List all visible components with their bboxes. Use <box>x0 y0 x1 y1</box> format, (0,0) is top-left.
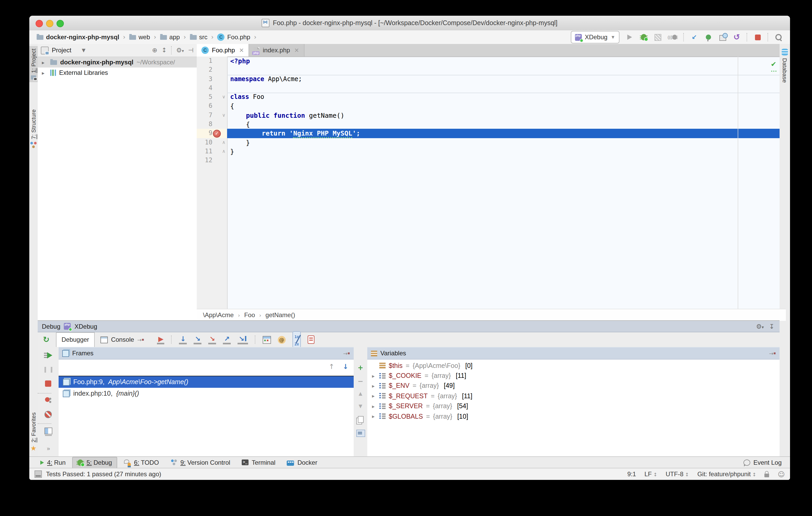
breadcrumb-item[interactable]: \App\Acme <box>203 311 234 319</box>
breadcrumb-item[interactable]: docker-nginx-php-mysql <box>36 33 120 41</box>
gutter-line[interactable]: 12 <box>197 156 227 165</box>
gutter-line[interactable]: 9✓ <box>197 129 227 138</box>
step-into-button[interactable]: ↘ <box>194 335 202 344</box>
run-to-cursor-button[interactable]: ↘I <box>237 335 248 344</box>
code-line[interactable]: class Foo <box>227 93 780 102</box>
gutter-line[interactable]: 5∨ <box>197 93 227 102</box>
code-line[interactable]: } <box>227 147 780 156</box>
close-tab-icon[interactable]: ✕ <box>239 47 244 54</box>
previous-frame-button[interactable]: ↑ <box>328 363 334 371</box>
next-frame-button[interactable]: ↓ <box>343 363 348 371</box>
fold-marker-icon[interactable]: ∧ <box>222 138 226 146</box>
breadcrumb-item[interactable]: Foo <box>244 311 255 319</box>
tab-console[interactable]: Console → <box>95 332 150 347</box>
local-history-button[interactable] <box>718 32 727 42</box>
commit-button[interactable] <box>704 32 713 42</box>
tool-window-tab-run[interactable]: 4: Run <box>36 457 70 467</box>
variable-row[interactable]: ▸$GLOBALS = {array} [10] <box>367 411 780 422</box>
chevron-down-icon[interactable]: ▼ <box>82 48 86 53</box>
editor-tab[interactable]: CFoo.php✕ <box>197 44 249 57</box>
typo-marker-icon[interactable] <box>771 69 776 72</box>
project-tree-item[interactable]: ▸External Libraries <box>38 67 197 78</box>
remove-watch-button[interactable]: − <box>354 377 367 385</box>
code-line[interactable]: } <box>227 138 780 147</box>
breadcrumb-item[interactable]: CFoo.php <box>216 33 252 41</box>
variable-row[interactable]: ▸$_ENV = {array} [49] <box>367 381 780 391</box>
expand-arrow-icon[interactable]: ▸ <box>370 383 376 389</box>
lock-icon[interactable] <box>765 474 770 477</box>
code-line[interactable]: <?php <box>227 57 780 66</box>
fold-marker-icon[interactable]: ∨ <box>222 112 226 119</box>
force-step-into-button[interactable]: ↘ <box>208 335 216 344</box>
gutter-line[interactable]: 8 <box>197 120 227 129</box>
view-breakpoints-button[interactable] <box>38 397 59 403</box>
copy-button[interactable] <box>354 416 367 423</box>
restore-layout-button[interactable] <box>38 428 59 434</box>
expand-arrow-icon[interactable]: ▸ <box>370 373 376 379</box>
start-listening-button[interactable]: ((( <box>668 32 677 42</box>
hide-panel-icon[interactable]: ↧ <box>769 323 774 330</box>
sidebar-tab-database[interactable]: Database <box>781 46 789 85</box>
pause-button[interactable] <box>38 367 59 373</box>
code-line[interactable]: return 'Nginx PHP MySQL'; <box>227 129 780 138</box>
sidebar-tab-structure[interactable]: 7: Structure <box>29 107 38 150</box>
stop-button[interactable] <box>38 380 59 387</box>
gutter-line[interactable]: 6 <box>197 102 227 111</box>
encoding-select[interactable]: UTF-8 <box>666 470 689 478</box>
titlebar[interactable]: Foo.php - docker-nginx-php-mysql - [~/Wo… <box>29 16 790 31</box>
evaluate-expression-button[interactable] <box>263 336 271 344</box>
editor-gutter[interactable]: 12345∨67∨89✓10∧11∧12 <box>197 57 228 309</box>
run-config-select[interactable]: XDebug ▼ <box>571 31 619 44</box>
expand-arrow-icon[interactable]: ▸ <box>42 59 47 65</box>
more-icon[interactable]: » <box>38 446 59 452</box>
tool-window-tab-docker[interactable]: Docker <box>282 457 322 467</box>
code-line[interactable]: { <box>227 120 780 129</box>
tool-window-switcher-icon[interactable] <box>34 470 42 478</box>
frame-row[interactable]: Foo.php:9,App\Acme\Foo->getName() <box>59 376 354 388</box>
variable-row[interactable]: $this = {App\Acme\Foo} [0] <box>367 361 780 371</box>
code-line[interactable]: namespace App\Acme; <box>227 75 780 84</box>
rerun-button[interactable]: ↻ <box>43 336 50 344</box>
run-button[interactable] <box>625 32 634 42</box>
variable-row[interactable]: ▸$_REQUEST = {array} [11] <box>367 391 780 401</box>
show-execution-point-button[interactable]: ▶ <box>157 335 165 344</box>
gutter-line[interactable]: 3 <box>197 75 227 84</box>
gutter-line[interactable]: 1 <box>197 57 227 66</box>
variable-row[interactable]: ▸$_COOKIE = {array} [11] <box>367 371 780 381</box>
show-watches-toggle[interactable] <box>354 430 367 437</box>
code-line[interactable] <box>227 84 780 93</box>
fold-marker-icon[interactable]: ∨ <box>222 93 226 101</box>
close-tab-icon[interactable]: ✕ <box>294 47 299 54</box>
view-breakpoints-button[interactable] <box>308 336 315 344</box>
project-tree-item[interactable]: ▸docker-nginx-php-mysql~/Workspace/ <box>38 57 197 67</box>
breadcrumb-item[interactable]: web <box>128 33 151 41</box>
tool-window-tab-todo[interactable]: 6: TODO <box>119 457 164 467</box>
collapse-all-button[interactable]: ↕ <box>162 47 167 54</box>
expand-arrow-icon[interactable]: ▸ <box>42 70 47 76</box>
update-project-button[interactable]: ↙ <box>690 32 698 42</box>
expand-arrow-icon[interactable]: ▸ <box>370 393 376 399</box>
gear-icon[interactable]: ⚙▾ <box>176 47 184 54</box>
gutter-line[interactable]: 2 <box>197 66 227 75</box>
tool-window-tab-debug[interactable]: 5: Debug <box>72 457 117 468</box>
editor-tab[interactable]: index.php✕ <box>249 44 304 57</box>
status-message[interactable]: Tests Passed: 1 passed (27 minutes ago) <box>46 470 161 478</box>
expand-arrow-icon[interactable]: ▸ <box>370 403 376 409</box>
code-line[interactable] <box>227 66 780 75</box>
sidebar-tab-favorites[interactable]: 2: Favorites ★ <box>29 409 38 454</box>
debug-button[interactable] <box>639 32 648 42</box>
line-ending-select[interactable]: LF <box>644 470 657 478</box>
expand-arrow-icon[interactable]: ▸ <box>370 413 376 419</box>
tool-window-tab-terminal[interactable]: >_Terminal <box>237 457 280 467</box>
git-branch-select[interactable]: Git: feature/phpunit <box>697 470 756 478</box>
breakpoint-icon[interactable]: ✓ <box>213 130 221 138</box>
locate-file-button[interactable]: ⊕ <box>152 47 157 54</box>
gutter-line[interactable]: 10∧ <box>197 138 227 147</box>
event-log-button[interactable]: Event Log <box>744 459 790 466</box>
add-watch-button[interactable]: + <box>354 364 367 372</box>
run-with-coverage-button[interactable] <box>654 32 662 42</box>
fold-marker-icon[interactable]: ∧ <box>222 148 226 155</box>
code-area[interactable]: <?php namespace App\Acme; class Foo{ pub… <box>227 57 780 309</box>
mute-breakpoints-button[interactable] <box>38 411 59 418</box>
mark-object-button[interactable]: @ <box>278 336 286 344</box>
